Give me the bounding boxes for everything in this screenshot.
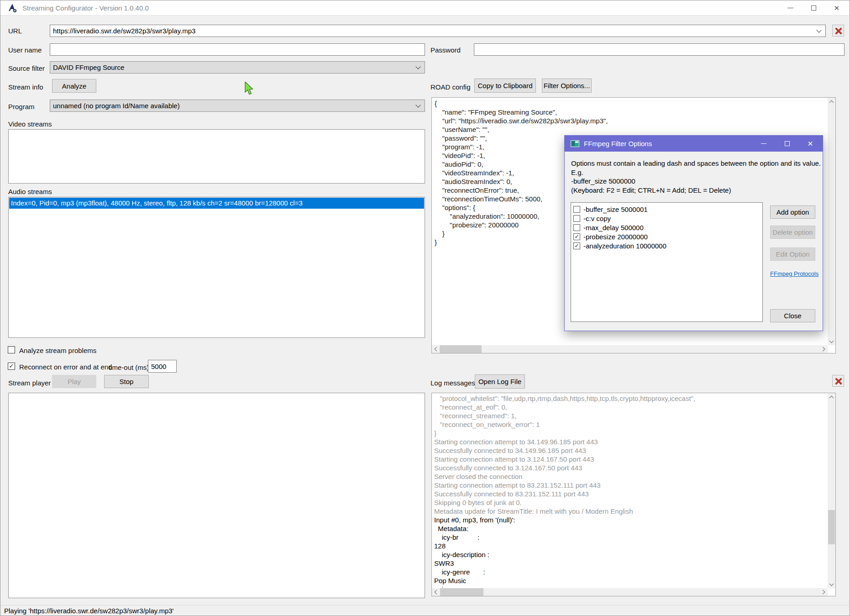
- checkbox-checked-icon[interactable]: ✓: [573, 233, 580, 240]
- window-close-button[interactable]: ✕: [826, 0, 847, 16]
- reconnect-label: Reconnect on error and at end: [19, 363, 112, 371]
- window-maximize-button[interactable]: [803, 0, 824, 16]
- url-clear-button[interactable]: [832, 25, 844, 37]
- play-button[interactable]: Play: [52, 375, 96, 388]
- log-line: Metadata:: [434, 524, 827, 533]
- copy-to-clipboard-button[interactable]: Copy to Clipboard: [474, 79, 536, 93]
- source-filter-dropdown[interactable]: DAVID FFmpeg Source: [50, 61, 425, 74]
- password-input[interactable]: [474, 43, 845, 56]
- road-config-label: ROAD config: [430, 83, 471, 91]
- video-streams-label: Video streams: [8, 120, 52, 128]
- scroll-left-icon[interactable]: [432, 345, 440, 353]
- checkbox-unchecked-icon[interactable]: [573, 224, 580, 231]
- instructions-line: (Keyboard: F2 = Edit; CTRL+N = Add; DEL …: [571, 186, 823, 195]
- log-line: Successfully connected to 83.231.152.111…: [434, 490, 827, 498]
- audio-streams-label: Audio streams: [8, 188, 52, 195]
- analyze-problems-label: Analyze stream problems: [19, 347, 96, 354]
- edit-option-button[interactable]: Edit Option: [770, 247, 815, 261]
- stop-button[interactable]: Stop: [104, 375, 149, 388]
- log-line: "reconnect_on_network_error": 1: [434, 420, 827, 429]
- video-streams-list[interactable]: [8, 129, 425, 184]
- checkbox-checked-icon[interactable]: ✓: [573, 242, 580, 249]
- password-label: Password: [430, 46, 461, 54]
- scroll-down-icon[interactable]: [828, 337, 835, 345]
- log-line: Starting connection attempt to 3.124.167…: [434, 455, 827, 463]
- analyze-button[interactable]: Analyze: [52, 79, 96, 93]
- log-line: Successfully connected to 34.149.96.185 …: [434, 446, 827, 455]
- ffmpeg-protocols-link[interactable]: FFmpeg Protocols: [770, 270, 819, 277]
- log-clear-button[interactable]: [832, 375, 844, 387]
- dialog-maximize-button[interactable]: [777, 136, 797, 152]
- scroll-right-icon[interactable]: [820, 345, 828, 353]
- log-line: Input #0, mp3, from '(null)':: [434, 516, 827, 524]
- dialog-instructions: Options must contain a leading dash and …: [571, 159, 823, 195]
- log-line: "protocol_whitelist": "file,udp,rtp,rtmp…: [434, 394, 827, 403]
- program-dropdown[interactable]: unnamed (no program Id/Name available): [50, 100, 425, 112]
- road-horizontal-scrollbar[interactable]: [432, 345, 828, 353]
- checkbox-unchecked-icon[interactable]: [573, 215, 580, 222]
- dialog-titlebar: FFmpeg Filter Options ✕: [565, 136, 823, 152]
- filter-option-label: -analyzeduration 10000000: [583, 242, 666, 250]
- stream-player-display: [8, 393, 425, 598]
- scroll-left-icon[interactable]: [432, 588, 440, 596]
- timeout-input[interactable]: [148, 360, 177, 373]
- filter-option-label: -probesize 20000000: [583, 233, 648, 241]
- stream-player-label: Stream player: [8, 379, 51, 387]
- filter-options-list[interactable]: -buffer_size 5000001-c:v copy-max_delay …: [571, 202, 763, 322]
- stream-info-label: Stream info: [8, 83, 43, 91]
- delete-option-button[interactable]: Delete option: [770, 226, 815, 239]
- program-value: unnamed (no program Id/Name available): [53, 102, 180, 110]
- program-label: Program: [8, 103, 35, 111]
- filter-option-row[interactable]: ✓-probesize 20000000: [572, 232, 761, 241]
- chevron-down-icon[interactable]: [415, 64, 420, 69]
- dialog-close-button[interactable]: ✕: [800, 136, 820, 152]
- instructions-line: Options must contain a leading dash and …: [571, 159, 823, 177]
- log-line: Skipping 0 bytes of junk at 0.: [434, 498, 827, 507]
- status-text: Playing 'https://liveradio.swr.de/sw282p…: [4, 607, 173, 615]
- road-vertical-scrollbar[interactable]: [828, 98, 835, 345]
- log-line: "reconnect_at_eof": 0,: [434, 403, 827, 411]
- log-line: icy-br :: [434, 533, 827, 542]
- filter-option-row[interactable]: -buffer_size 5000001: [572, 205, 761, 214]
- scroll-up-icon[interactable]: [828, 393, 835, 401]
- close-button[interactable]: Close: [770, 309, 815, 322]
- scrollbar-thumb[interactable]: [440, 345, 482, 353]
- maximize-icon: [811, 5, 816, 11]
- add-option-button[interactable]: Add option: [770, 205, 815, 219]
- chevron-down-icon[interactable]: [415, 102, 420, 107]
- scrollbar-thumb[interactable]: [440, 588, 483, 596]
- username-input[interactable]: [50, 43, 425, 56]
- filter-options-button[interactable]: Filter Options...: [542, 79, 592, 93]
- reconnect-checkbox[interactable]: ✓: [8, 363, 15, 370]
- dialog-minimize-button[interactable]: [754, 136, 774, 152]
- filter-option-row[interactable]: -c:v copy: [572, 214, 761, 223]
- minimize-icon: [761, 143, 766, 144]
- dialog-title: FFmpeg Filter Options: [584, 140, 652, 147]
- analyze-problems-checkbox[interactable]: [8, 346, 15, 353]
- log-horizontal-scrollbar[interactable]: [432, 588, 828, 596]
- log-lines[interactable]: "protocol_whitelist": "file,udp,rtp,rtmp…: [434, 394, 827, 588]
- status-bar: Playing 'https://liveradio.swr.de/sw282p…: [0, 605, 850, 616]
- app-window: Streaming Configurator - Version 1.0.40.…: [0, 0, 850, 616]
- filter-option-row[interactable]: -max_delay 500000: [572, 223, 761, 232]
- audio-stream-row-selected[interactable]: Index=0, Pid=0, mp3 (mp3float), 48000 Hz…: [9, 198, 424, 209]
- timeout-label: time-out (ms): [109, 363, 149, 371]
- log-line: Successfully connected to 3.124.167.50 p…: [434, 463, 827, 472]
- checkbox-unchecked-icon[interactable]: [573, 206, 580, 213]
- scrollbar-thumb[interactable]: [828, 510, 835, 544]
- url-combobox[interactable]: https://liveradio.swr.de/sw282p3/swr3/pl…: [50, 25, 826, 37]
- chevron-down-icon[interactable]: [816, 27, 821, 32]
- audio-streams-list[interactable]: Index=0, Pid=0, mp3 (mp3float), 48000 Hz…: [8, 197, 425, 338]
- minimize-icon: [787, 8, 793, 8]
- log-line: Pop Music: [434, 576, 827, 585]
- open-log-file-button[interactable]: Open Log File: [475, 374, 525, 389]
- log-vertical-scrollbar[interactable]: [828, 393, 835, 588]
- window-title: Streaming Configurator - Version 1.0.40.…: [22, 4, 149, 12]
- log-messages-box[interactable]: "protocol_whitelist": "file,udp,rtp,rtmp…: [431, 393, 836, 596]
- scroll-up-icon[interactable]: [828, 98, 835, 105]
- scroll-right-icon[interactable]: [820, 588, 828, 596]
- log-line: Metadata update for StreamTitle: I melt …: [434, 507, 827, 516]
- scroll-down-icon[interactable]: [828, 580, 835, 588]
- window-minimize-button[interactable]: [780, 0, 801, 16]
- filter-option-row[interactable]: ✓-analyzeduration 10000000: [572, 241, 761, 250]
